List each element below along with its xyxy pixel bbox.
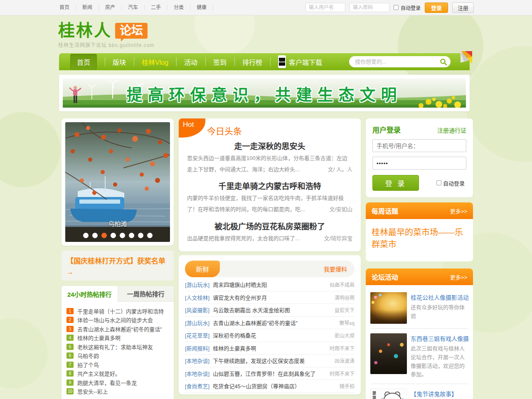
panel-auto-login-checkbox[interactable] <box>436 180 441 185</box>
ranking-item[interactable]: 3 去青山湖水上森林邂逅“初冬的童话” <box>66 324 169 333</box>
nav-tab-checkin[interactable]: 签到 <box>205 53 234 70</box>
ranking-item[interactable]: 10 思安头--彩上 <box>66 387 169 396</box>
nav-tab-activities[interactable]: 活动 <box>176 53 205 70</box>
fresh-title-link[interactable]: 乌云散去朝霞出 水天泼金绘彩图 <box>213 306 330 314</box>
weekly-topic-link[interactable]: 桂林最早的菜市场——乐群菜市 <box>372 227 467 251</box>
login-password-input[interactable] <box>372 157 466 170</box>
auto-login-checkbox[interactable] <box>394 5 399 10</box>
activity-title-link[interactable]: 东西巷三姐有戏人像摄 <box>411 334 468 342</box>
fresh-title-link[interactable]: 吃货食记45～山货厨房（尊神庙店） <box>213 382 335 390</box>
fresh-title-link[interactable]: 去青山湖水上森林邂逅“初冬的童话” <box>213 319 335 327</box>
slider-dot[interactable] <box>83 233 89 238</box>
fresh-tab[interactable]: 新鲜 <box>185 261 220 277</box>
weekly-topic-more-link[interactable]: 更多>> <box>450 207 467 215</box>
fresh-list: [游山玩水] 周末四塘旗山村晒太阳 似曲不成商 [人文桂林] 谪官龙大有的全州岁… <box>185 278 355 393</box>
slider-dot[interactable] <box>101 233 107 238</box>
fresh-category-link[interactable]: [本地杂谈] <box>185 369 209 377</box>
fresh-category-link[interactable]: [风姿摄影] <box>185 306 209 314</box>
fresh-title-link[interactable]: 周末四塘旗山村晒太阳 <box>213 281 325 288</box>
ranking-item[interactable]: 5 老秋这厢有礼了：求助本坛神友 <box>66 342 169 351</box>
register-pass-link[interactable]: 注册通行证 <box>437 126 466 134</box>
tab-24h-ranking[interactable]: 24小时热帖排行 <box>62 286 118 302</box>
banner-image[interactable]: 提高环保意识，共建生态文明 <box>63 79 466 108</box>
ranking-item[interactable]: 6 乌柏冬韵 <box>66 351 169 360</box>
site-nav-link[interactable]: 二手 <box>145 5 167 10</box>
report-news-link[interactable]: 我要爆料 <box>324 265 347 273</box>
activity-thumbnail[interactable]: 瑟瑟发抖 <box>370 389 407 399</box>
announcement-text[interactable]: 【国庆桂林打开方式】获奖名单 <box>66 256 169 267</box>
ranking-item[interactable]: 1 千里走单骑（十二）内蒙古呼和浩特 <box>66 306 169 315</box>
fresh-category-link[interactable]: [本地杂谈] <box>185 357 209 365</box>
fresh-author: 时雨不来下 <box>330 370 355 377</box>
site-nav-link[interactable]: 首页 <box>58 5 76 10</box>
announcement-arrow-icon[interactable]: → <box>66 268 169 276</box>
article-title[interactable]: 千里走单骑之内蒙古呼和浩特 <box>187 180 352 191</box>
slider-dot[interactable] <box>92 233 98 238</box>
activity-thumbnail[interactable] <box>370 333 407 374</box>
fresh-category-link[interactable]: [人文桂林] <box>185 293 209 301</box>
site-nav-link[interactable]: 汽车 <box>122 5 145 10</box>
topbar-login-button[interactable]: 登录 <box>425 2 448 13</box>
topbar-username-input[interactable] <box>305 3 345 12</box>
site-nav-link[interactable]: 房产 <box>99 5 122 10</box>
activity-title-link[interactable]: 【鬼节讲鬼故事】 <box>411 389 468 398</box>
login-panel-title: 用户登录 <box>372 124 401 135</box>
fresh-title-link[interactable]: 山似碧玉簪，江作青罗带！在此刻具象化了 <box>213 369 325 377</box>
article-title[interactable]: 走一走深秋的思安头 <box>187 140 352 151</box>
topbar-password-input[interactable] <box>350 3 389 12</box>
panel-login-button[interactable]: 登 录 <box>372 175 419 191</box>
topbar-register-button[interactable]: 注册 <box>452 2 474 13</box>
nav-tab-boards[interactable]: 版块 <box>105 53 134 70</box>
fresh-category-link[interactable]: [游山玩水] <box>185 281 209 288</box>
forum-activities-more-link[interactable]: 更多>> <box>450 273 467 281</box>
ranking-item[interactable]: 7 拍了个鸟 <box>66 360 169 369</box>
headlines-card: Hot 今日头条 走一走深秋的思安头 思安头西边一道垂直高度100米的长形山体，… <box>179 118 361 251</box>
panel-auto-login[interactable]: 自动登录 <box>436 179 465 187</box>
ranking-item[interactable]: 8 共产主义就是好。 <box>66 369 169 378</box>
site-nav-link[interactable]: 分类 <box>167 5 190 10</box>
rank-title: 共产主义就是好。 <box>77 369 121 377</box>
slider-dot[interactable] <box>138 233 143 238</box>
fresh-category-link[interactable]: [食尚煮艺] <box>185 382 209 390</box>
activity-thumbnail[interactable] <box>370 292 407 324</box>
fresh-title-link[interactable]: 下午继续跑腿，发现这小区保安态度差 <box>213 357 330 365</box>
tab-week-ranking[interactable]: 一周热帖排行 <box>118 286 174 302</box>
logo-text[interactable]: 桂林人 <box>58 22 112 39</box>
topbar-auto-login[interactable]: 自动登录 <box>394 4 421 11</box>
slider-image[interactable]: 乌柏滩 <box>65 122 170 242</box>
fresh-category-link[interactable]: [花花草草] <box>185 331 209 339</box>
slider-dot[interactable] <box>120 233 125 238</box>
fresh-title-link[interactable]: 谪官龙大有的全州岁月 <box>213 293 330 301</box>
ranking-item[interactable]: 2 体验一场山与水之间的徒步大会 <box>66 315 169 325</box>
fresh-title-link[interactable]: 深秋初冬的格桑花 <box>213 331 330 339</box>
site-nav-link[interactable]: 新闻 <box>76 5 99 10</box>
banner-slogan: 提高环保意识，共建生态文明 <box>63 79 466 108</box>
headline-article: 被北极广场的豆花私房菜圈粉了 出品硬是把我拿捏得死死的，太合我的口味了... 文… <box>187 220 352 244</box>
site-nav-link[interactable]: 健康 <box>190 5 213 10</box>
slider-dot[interactable] <box>129 233 134 238</box>
announcement-card[interactable]: 【国庆桂林打开方式】获奖名单 → <box>62 251 174 281</box>
search-button[interactable] <box>439 57 448 66</box>
ranking-item[interactable]: 9 跑腿大清早，看见一条龙 <box>66 378 169 387</box>
page-peel-icon[interactable] <box>460 51 472 64</box>
fresh-author: 清明谷雨 <box>335 294 355 301</box>
fresh-category-link[interactable]: [新闻报料] <box>185 344 209 352</box>
slider-dot[interactable] <box>147 233 153 238</box>
nav-tab-home[interactable]: 首页 <box>62 53 105 70</box>
nav-tab-vlog[interactable]: 桂林Vlog <box>134 53 176 70</box>
slider-dot[interactable] <box>111 233 116 238</box>
ranking-item[interactable]: 4 桂林的土豪真多啊 <box>66 333 169 342</box>
article-excerpt: 出品硬是把我拿捏得死死的，太合我的口味了... 文/琦珍异宝 <box>187 233 352 244</box>
slider-caption: 乌柏滩 <box>65 219 170 228</box>
fresh-category-link[interactable]: [游山玩水] <box>185 319 209 327</box>
article-title[interactable]: 被北极广场的豆花私房菜圈粉了 <box>187 220 352 232</box>
activity-title-link[interactable]: 桂花公社人像摄影活动 <box>411 293 468 301</box>
nav-tab-app-download[interactable]: down 客户端下载 <box>270 53 330 70</box>
login-username-input[interactable] <box>372 139 466 152</box>
fresh-author: 驼山大叔 <box>335 332 355 339</box>
nav-tab-ranking[interactable]: 排行榜 <box>234 53 270 70</box>
search-input[interactable] <box>354 58 439 65</box>
fresh-title-link[interactable]: 桂林的土豪真多啊 <box>213 344 325 352</box>
logo-forum-badge[interactable]: 论坛 <box>115 23 148 39</box>
search-box <box>349 56 451 67</box>
